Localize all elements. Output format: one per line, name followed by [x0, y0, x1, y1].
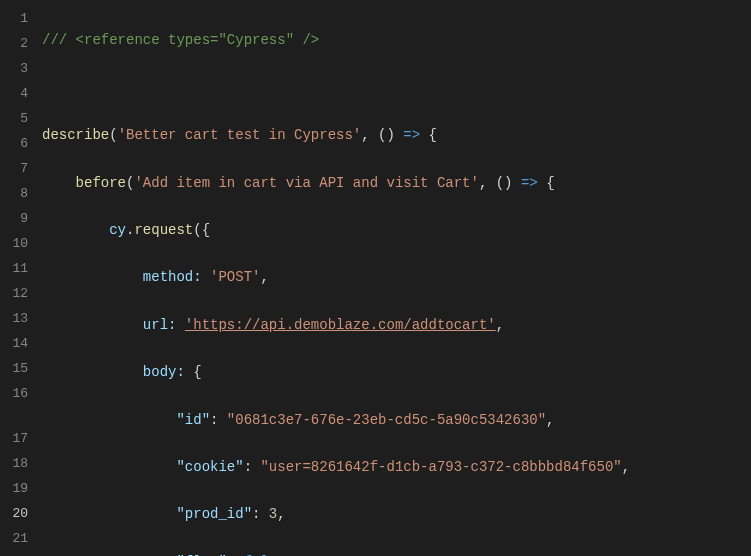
code-editor[interactable]: 123456789101112131415161718192021 /// <r…: [0, 0, 751, 556]
line-number: 10: [0, 231, 28, 256]
line-number: 9: [0, 206, 28, 231]
code-line[interactable]: before('Add item in cart via API and vis…: [42, 171, 751, 196]
reference-directive: /// <reference types="Cypress" />: [42, 32, 319, 48]
line-number: 8: [0, 181, 28, 206]
line-number: 21: [0, 526, 28, 551]
line-number: 20: [0, 501, 28, 526]
code-line[interactable]: /// <reference types="Cypress" />: [42, 28, 751, 53]
code-area[interactable]: /// <reference types="Cypress" /> descri…: [42, 0, 751, 556]
line-number: 18: [0, 451, 28, 476]
code-line[interactable]: describe('Better cart test in Cypress', …: [42, 123, 751, 148]
line-number: 5: [0, 106, 28, 131]
line-number: 19: [0, 476, 28, 501]
line-number: 4: [0, 81, 28, 106]
code-line[interactable]: cy.request({: [42, 218, 751, 243]
code-line[interactable]: "flag": false: [42, 550, 751, 556]
code-line[interactable]: "id": "0681c3e7-676e-23eb-cd5c-5a90c5342…: [42, 408, 751, 433]
code-line[interactable]: method: 'POST',: [42, 265, 751, 290]
code-line[interactable]: "prod_id": 3,: [42, 502, 751, 527]
line-number-gutter: 123456789101112131415161718192021: [0, 0, 42, 556]
line-number: 15: [0, 356, 28, 381]
line-number: 17: [0, 426, 28, 451]
line-number: 14: [0, 331, 28, 356]
code-line[interactable]: url: 'https://api.demoblaze.com/addtocar…: [42, 313, 751, 338]
code-line[interactable]: [42, 76, 751, 101]
code-line[interactable]: "cookie": "user=8261642f-d1cb-a793-c372-…: [42, 455, 751, 480]
line-number: 1: [0, 6, 28, 31]
line-number: 2: [0, 31, 28, 56]
line-number: 13: [0, 306, 28, 331]
line-number: 11: [0, 256, 28, 281]
line-number: 12: [0, 281, 28, 306]
code-line[interactable]: body: {: [42, 360, 751, 385]
line-number: 6: [0, 131, 28, 156]
line-number: 16: [0, 381, 28, 406]
line-number: 7: [0, 156, 28, 181]
line-number: 3: [0, 56, 28, 81]
